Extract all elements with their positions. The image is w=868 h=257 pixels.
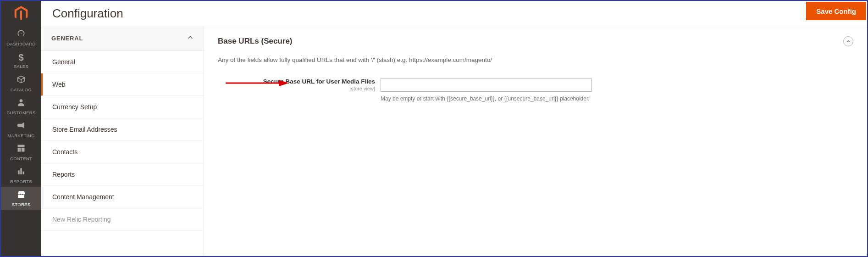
nav-content[interactable]: CONTENT (1, 141, 41, 164)
nav-sales[interactable]: $ SALES (1, 49, 41, 72)
config-item-store-email-addresses[interactable]: Store Email Addresses (41, 118, 204, 141)
nav-label: STORES (12, 202, 31, 207)
chevron-up-icon (187, 34, 194, 42)
nav-label: REPORTS (10, 179, 32, 184)
nav-dashboard[interactable]: DASHBOARD (1, 26, 41, 49)
megaphone-icon (17, 121, 26, 131)
chevron-up-icon (846, 37, 851, 45)
section-title: Base URLs (Secure) (218, 37, 293, 46)
nav-label: CATALOG (11, 87, 32, 92)
box-icon (17, 75, 26, 85)
field-scope: [store view] (218, 86, 375, 91)
secure-base-url-media-input[interactable] (381, 78, 592, 92)
config-item-currency-setup[interactable]: Currency Setup (41, 96, 204, 118)
bar-chart-icon (17, 167, 26, 177)
page-title: Configuration (52, 6, 123, 21)
config-main: Base URLs (Secure) Any of the fields all… (204, 26, 867, 256)
person-icon (17, 98, 26, 108)
nav-stores[interactable]: STORES (1, 187, 41, 210)
field-label: Secure Base URL for User Media Files (218, 78, 375, 85)
config-sidebar: GENERAL General Web Currency Setup Store… (41, 26, 204, 256)
nav-customers[interactable]: CUSTOMERS (1, 95, 41, 118)
nav-label: CONTENT (10, 156, 32, 161)
nav-catalog[interactable]: CATALOG (1, 72, 41, 95)
layout-icon (17, 144, 26, 154)
config-item-web[interactable]: Web (41, 73, 204, 96)
collapse-section-button[interactable] (843, 36, 853, 46)
section-head-label: GENERAL (51, 35, 83, 42)
nav-label: DASHBOARD (7, 41, 36, 46)
field-secure-base-url-media: Secure Base URL for User Media Files [st… (218, 78, 853, 102)
nav-label: CUSTOMERS (6, 110, 35, 115)
nav-marketing[interactable]: MARKETING (1, 118, 41, 141)
page-header: Configuration (41, 1, 867, 26)
field-help-text: May be empty or start with {{secure_base… (381, 95, 592, 102)
config-item-contacts[interactable]: Contacts (41, 141, 204, 163)
config-item-general[interactable]: General (41, 51, 204, 73)
store-icon (17, 190, 26, 200)
config-item-new-relic-reporting[interactable]: New Relic Reporting (41, 208, 204, 231)
config-section-head-general[interactable]: GENERAL (41, 26, 204, 51)
config-item-reports[interactable]: Reports (41, 163, 204, 186)
nav-label: SALES (14, 64, 28, 69)
section-description: Any of the fields allow fully qualified … (218, 56, 853, 63)
nav-reports[interactable]: REPORTS (1, 164, 41, 187)
admin-leftnav: DASHBOARD $ SALES CATALOG CUSTOMERS MARK… (1, 1, 41, 256)
dollar-icon: $ (18, 53, 23, 62)
save-config-button[interactable]: Save Config (806, 2, 866, 20)
config-item-content-management[interactable]: Content Management (41, 186, 204, 208)
magento-logo[interactable] (1, 1, 41, 26)
nav-label: MARKETING (7, 133, 34, 138)
gauge-icon (17, 29, 26, 39)
